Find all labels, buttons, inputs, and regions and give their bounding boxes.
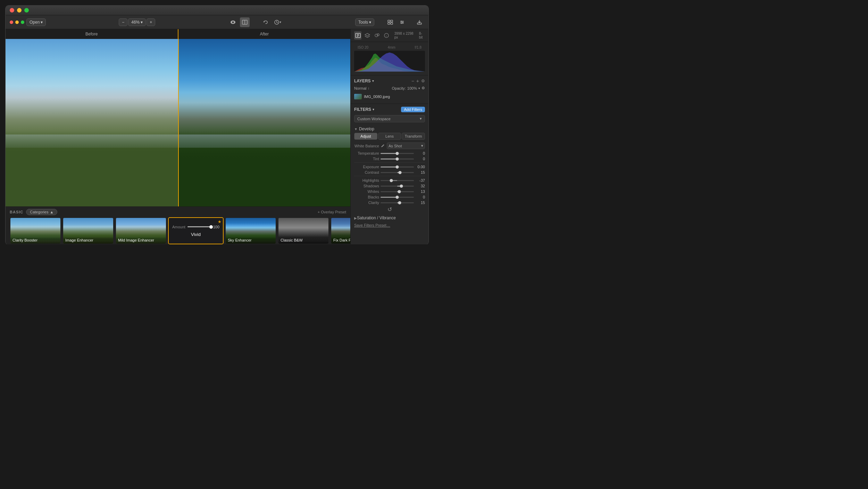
filters-section: FILTERS ▾ Add Filters Custom Workspace ▾…	[351, 104, 428, 244]
image-view[interactable]	[6, 39, 350, 206]
preset-item-mild-enhancer[interactable]: Mild Image Enhancer	[115, 217, 167, 244]
blacks-slider[interactable]	[381, 197, 414, 198]
preset-item-image-enhancer[interactable]: Image Enhancer	[62, 217, 114, 244]
tb-close[interactable]	[10, 21, 13, 24]
zoom-in-button[interactable]: +	[147, 18, 155, 26]
adjust-view-button[interactable]	[397, 17, 407, 27]
shadows-label: Shadows	[354, 184, 379, 188]
before-label: Before	[6, 32, 178, 36]
highlights-slider[interactable]	[381, 180, 414, 181]
preset-label: Image Enhancer	[63, 237, 113, 244]
preview-button[interactable]	[228, 17, 238, 27]
whites-label: Whites	[354, 189, 379, 194]
saturation-label: Saturation / Vibrance	[357, 215, 396, 220]
history-button[interactable]: ▾	[273, 17, 282, 27]
minimize-button[interactable]	[17, 8, 22, 13]
categories-button[interactable]: Categories ▲	[26, 209, 57, 215]
add-filters-button[interactable]: Add Filters	[401, 107, 425, 112]
contrast-row: Contrast 15	[354, 170, 425, 174]
contrast-value: 15	[415, 170, 425, 174]
zoom-out-button[interactable]: −	[119, 18, 127, 26]
iso-text: ISO 20	[358, 46, 368, 49]
dimensions-display: 3998 x 2298 px	[394, 32, 416, 39]
tint-value: 0	[415, 157, 425, 161]
preset-item-fix-dark[interactable]: Fix Dark Phot…	[331, 217, 350, 244]
main-window: Open ▾ − 46% ▾ +	[5, 5, 429, 244]
layers-header: LAYERS ▾ − + ⚙	[354, 78, 425, 84]
tint-slider[interactable]	[381, 158, 414, 160]
shadows-slider[interactable]	[381, 186, 414, 187]
focal-text: 4mm	[388, 46, 395, 49]
preset-item-clarity-booster[interactable]: Clarity Booster	[10, 217, 61, 244]
clarity-value: 15	[415, 201, 425, 205]
svg-rect-7	[388, 23, 390, 24]
contrast-slider[interactable]	[381, 172, 414, 173]
before-image	[6, 39, 178, 206]
main-area: Before After	[6, 29, 428, 244]
export-button[interactable]	[415, 17, 424, 27]
layers-panel-button[interactable]	[364, 31, 371, 40]
help-button[interactable]: i	[383, 31, 390, 40]
presets-title: BASIC	[10, 210, 23, 214]
whites-slider[interactable]	[381, 191, 414, 192]
histogram-area: ISO 20 4mm f/1.8	[351, 42, 428, 75]
preset-label: Clarity Booster	[10, 237, 60, 244]
title-bar	[6, 6, 428, 15]
tab-adjust[interactable]: Adjust	[354, 133, 377, 140]
info-panel-button[interactable]	[354, 31, 361, 40]
adjust-tabs: Adjust Lens Transform	[354, 133, 425, 140]
tb-max[interactable]	[21, 21, 24, 24]
develop-header[interactable]: ▼ Develop	[354, 125, 425, 133]
reset-button[interactable]: ↺	[387, 206, 392, 213]
clarity-label: Clarity	[354, 201, 379, 205]
tint-label: Tint	[354, 157, 379, 161]
tb-min[interactable]	[15, 21, 19, 24]
grid-view-button[interactable]	[385, 17, 395, 27]
tab-lens[interactable]: Lens	[378, 133, 401, 140]
whites-value: 13	[415, 189, 425, 194]
clarity-slider[interactable]	[381, 202, 414, 203]
presets-scroll[interactable]: Clarity Booster Image Enhancer Mild Imag…	[6, 217, 350, 244]
highlights-value: -37	[415, 178, 425, 182]
tools-button[interactable]: Tools ▾	[355, 18, 374, 26]
undo-button[interactable]	[261, 17, 270, 27]
layers-minus-button[interactable]: −	[411, 78, 414, 84]
workspace-selector[interactable]: Custom Workspace ▾	[354, 115, 425, 122]
opacity-display[interactable]: Opacity: 100% ▾ ⚙	[392, 86, 425, 90]
split-divider[interactable]	[178, 39, 179, 206]
blend-opacity-row: Normal ↕ Opacity: 100% ▾ ⚙	[354, 86, 425, 90]
save-preset-button[interactable]: Save Filters Preset…	[354, 222, 390, 229]
svg-point-14	[401, 23, 402, 24]
layers-plus-button[interactable]: +	[416, 78, 419, 84]
saturation-arrow-icon: ▶	[354, 216, 357, 220]
blacks-label: Blacks	[354, 195, 379, 199]
maximize-button[interactable]	[24, 8, 29, 13]
exposure-slider[interactable]	[381, 166, 414, 168]
blend-mode-display[interactable]: Normal ↕	[354, 86, 369, 90]
tab-transform[interactable]: Transform	[402, 133, 425, 140]
filters-header: FILTERS ▾ Add Filters	[354, 107, 425, 112]
split-view-button[interactable]	[240, 17, 250, 27]
close-button[interactable]	[10, 8, 14, 13]
saturation-header[interactable]: ▶ Saturation / Vibrance	[354, 214, 425, 222]
shadows-value: 32	[415, 184, 425, 188]
preset-item-vivid[interactable]: Amount 100 Vivid ★	[168, 217, 224, 244]
temperature-slider[interactable]	[381, 153, 414, 154]
effects-panel-button[interactable]	[373, 31, 381, 40]
preset-item-sky-enhancer[interactable]: Sky Enhancer	[225, 217, 276, 244]
white-balance-selector[interactable]: As Shot ▾	[387, 142, 425, 149]
layers-settings-button[interactable]: ⚙	[421, 79, 425, 83]
canvas-area: Before After	[6, 29, 350, 244]
amount-slider[interactable]: Amount 100	[172, 225, 219, 229]
overlay-preset-button[interactable]: + Overlay Preset	[318, 210, 346, 214]
right-panel: i 3998 x 2298 px 8-bit ISO 20 4mm f/1.8	[350, 29, 428, 244]
histogram-canvas	[354, 51, 425, 72]
eyedropper-icon[interactable]	[381, 144, 385, 148]
zoom-display[interactable]: 46% ▾	[128, 18, 146, 26]
preset-item-classic-bw[interactable]: Classic B&W	[278, 217, 329, 244]
clarity-row: Clarity 15	[354, 201, 425, 205]
blacks-value: 0	[415, 195, 425, 199]
open-button[interactable]: Open ▾	[26, 18, 46, 26]
exposure-label: Exposure	[354, 165, 379, 169]
layer-item[interactable]: IMG_0080.jpeg	[354, 92, 425, 101]
